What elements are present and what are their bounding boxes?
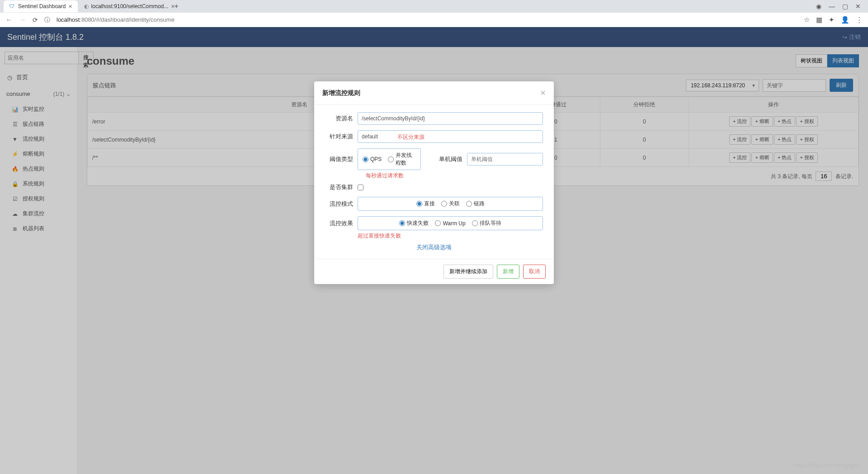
mode-label: 流控模式 — [325, 200, 353, 208]
cluster-checkbox[interactable] — [358, 185, 363, 190]
reload-icon[interactable]: ⟳ — [33, 16, 38, 24]
radio-chain[interactable]: 链路 — [466, 200, 485, 208]
threshold-type-label: 阈值类型 — [325, 155, 353, 163]
extension-icon[interactable]: ▦ — [816, 16, 822, 24]
close-icon[interactable]: × — [68, 3, 72, 10]
add-button[interactable]: 新增 — [497, 265, 519, 279]
threshold-annotation: 每秒通过请求数 — [366, 172, 543, 180]
mode-group: 直接 关联 链路 — [358, 197, 543, 211]
profile-icon[interactable]: 👤 — [841, 16, 849, 24]
radio-queue[interactable]: 排队等待 — [472, 219, 501, 227]
advanced-toggle[interactable]: 关闭高级选项 — [325, 243, 543, 251]
resource-label: 资源名 — [325, 114, 353, 123]
radio-warmup[interactable]: Warm Up — [435, 220, 465, 227]
browser-tab-0[interactable]: 🛡 Sentinel Dashboard × — [4, 0, 78, 12]
browser-tab-1[interactable]: ◐ localhost:9100/selectCommod... × — [79, 0, 169, 12]
resource-input[interactable] — [358, 112, 543, 125]
source-input[interactable] — [358, 130, 543, 143]
flow-rule-modal: 新增流控规则 × 资源名 针对来源 不区分来源 阈值类型 QPS 并发线程数 单… — [314, 81, 554, 284]
browser-tab-bar: 🛡 Sentinel Dashboard × ◐ localhost:9100/… — [0, 0, 868, 13]
radio-concurrent[interactable]: 并发线程数 — [388, 152, 416, 167]
tab-title: localhost:9100/selectCommod... — [91, 3, 169, 9]
star-icon[interactable]: ☆ — [804, 16, 810, 24]
watermark: https://blog.csdn.net/gyfghh — [793, 462, 860, 469]
modal-title: 新增流控规则 — [322, 89, 360, 97]
radio-relate[interactable]: 关联 — [441, 200, 460, 208]
radio-fastfail[interactable]: 快速失败 — [399, 219, 429, 227]
maximize-icon[interactable]: ▢ — [842, 3, 848, 10]
add-continue-button[interactable]: 新增并继续添加 — [443, 265, 493, 279]
menu-icon[interactable]: ⋮ — [856, 16, 863, 24]
site-info-icon[interactable]: ⓘ — [44, 16, 50, 24]
radio-direct[interactable]: 直接 — [416, 200, 435, 208]
forward-icon[interactable]: → — [19, 16, 26, 24]
threshold-label: 单机阈值 — [439, 155, 462, 163]
puzzle-icon[interactable]: ✦ — [829, 16, 835, 24]
url-host: localhost — [57, 16, 80, 23]
effect-annotation: 超过直接快速失败 — [358, 232, 543, 240]
modal-backdrop[interactable]: 新增流控规则 × 资源名 针对来源 不区分来源 阈值类型 QPS 并发线程数 单… — [0, 27, 868, 474]
effect-label: 流控效果 — [325, 219, 353, 228]
tab-favicon: 🛡 — [9, 3, 15, 9]
source-label: 针对来源 — [325, 133, 353, 141]
close-window-icon[interactable]: ✕ — [855, 3, 861, 10]
back-icon[interactable]: ← — [5, 16, 13, 24]
new-tab-button[interactable]: + — [170, 2, 183, 10]
source-annotation: 不区分来源 — [397, 133, 425, 141]
cluster-label: 是否集群 — [325, 183, 353, 191]
close-icon[interactable]: × — [540, 88, 546, 98]
url-input[interactable]: localhost:8080/#/dashboard/identity/cons… — [57, 16, 797, 23]
window-controls: ◉ — ▢ ✕ — [816, 3, 864, 10]
cancel-button[interactable]: 取消 — [523, 265, 546, 279]
threshold-type-group: QPS 并发线程数 — [358, 148, 421, 170]
radio-qps[interactable]: QPS — [363, 156, 382, 162]
sync-icon[interactable]: ◉ — [816, 3, 821, 10]
minimize-icon[interactable]: — — [829, 3, 835, 10]
tab-title: Sentinel Dashboard — [18, 3, 66, 9]
threshold-input[interactable] — [467, 153, 543, 166]
url-bar: ← → ⟳ ⓘ localhost:8080/#/dashboard/ident… — [0, 13, 868, 27]
tab-favicon: ◐ — [84, 3, 89, 9]
url-path: :8080/#/dashboard/identity/consume — [80, 16, 175, 23]
effect-group: 快速失败 Warm Up 排队等待 — [358, 216, 543, 230]
